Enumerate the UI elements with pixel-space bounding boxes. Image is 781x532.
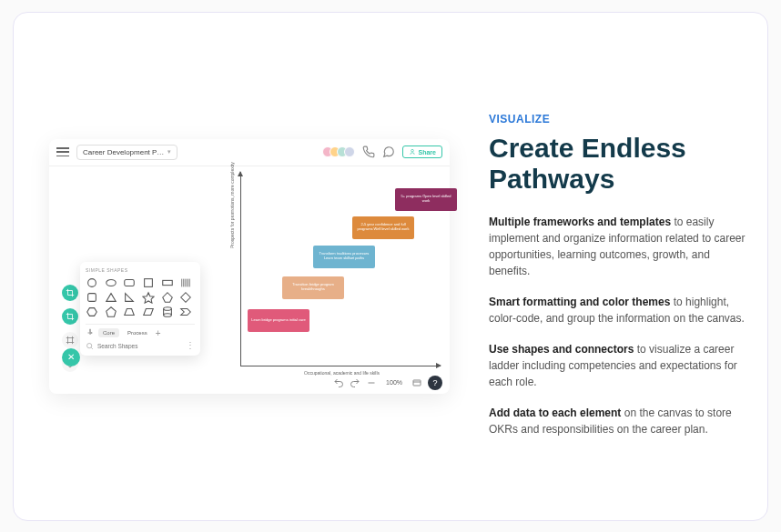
- marketing-copy: VISUALIZE Create Endless Pathways Multip…: [489, 40, 746, 493]
- canvas-area[interactable]: Prospects for promotions, more complexit…: [49, 166, 450, 374]
- shape-search-input[interactable]: [97, 343, 182, 349]
- undo-icon[interactable]: [333, 377, 344, 388]
- chevron-down-icon: ▾: [167, 148, 171, 156]
- svg-point-4: [88, 278, 96, 286]
- help-button[interactable]: ?: [428, 376, 442, 390]
- rail-frame-button[interactable]: [62, 332, 78, 348]
- career-block-5[interactable]: 5+ programs Open level skilled work: [395, 188, 457, 211]
- collaborator-avatars[interactable]: [326, 146, 355, 157]
- heading: Create Endless Pathways: [489, 133, 746, 196]
- user-plus-icon: [409, 148, 416, 156]
- shape-square-icon[interactable]: [142, 276, 155, 289]
- shape-grid: [86, 276, 195, 318]
- svg-rect-7: [145, 278, 153, 286]
- rail-crop-button-1[interactable]: [62, 285, 78, 301]
- search-icon: [86, 342, 94, 350]
- career-block-4[interactable]: 2-5 year confidence and full programs We…: [352, 216, 414, 239]
- document-title-text: Career Development P…: [83, 148, 164, 156]
- eyebrow: VISUALIZE: [489, 113, 746, 125]
- shape-panel: SIMPLE SHAPES: [80, 262, 200, 356]
- svg-point-18: [87, 343, 92, 347]
- y-axis: [240, 172, 241, 366]
- shape-diamond-icon[interactable]: [179, 291, 192, 304]
- paragraph-3: Use shapes and connectors to visualize a…: [489, 341, 746, 390]
- zoom-value[interactable]: 100%: [382, 379, 406, 386]
- shape-pentagram-icon[interactable]: [161, 291, 174, 304]
- svg-rect-6: [125, 279, 135, 286]
- shape-star-icon[interactable]: [142, 291, 155, 304]
- shape-hexagon-icon[interactable]: [86, 306, 98, 318]
- feature-card: Career Development P… ▾ Share Prospects …: [13, 12, 768, 521]
- shape-cylinder-icon[interactable]: [161, 306, 174, 318]
- tab-process[interactable]: Process: [123, 328, 152, 337]
- paragraph-4: Add data to each element on the canvas t…: [489, 405, 746, 437]
- phone-icon[interactable]: [362, 146, 375, 158]
- shape-barcode-icon[interactable]: [179, 276, 192, 289]
- comment-icon[interactable]: [382, 146, 395, 158]
- layers-icon[interactable]: [411, 377, 422, 388]
- career-block-3[interactable]: Transform traditions processes Learn tea…: [313, 246, 375, 268]
- zoom-minus-icon[interactable]: [366, 377, 377, 388]
- pin-icon[interactable]: [86, 328, 95, 337]
- screenshot-panel: Career Development P… ▾ Share Prospects …: [36, 40, 463, 493]
- document-title-dropdown[interactable]: Career Development P… ▾: [76, 145, 178, 160]
- kebab-icon[interactable]: ⋮: [186, 344, 195, 347]
- shape-trapezoid-icon[interactable]: [123, 306, 136, 318]
- x-axis: [240, 366, 441, 366]
- shape-rect-icon[interactable]: [161, 276, 174, 289]
- share-button-label: Share: [419, 149, 436, 156]
- shape-rounded-square-icon[interactable]: [86, 291, 98, 304]
- hamburger-icon[interactable]: [56, 147, 69, 156]
- shape-ellipse-icon[interactable]: [105, 276, 117, 289]
- close-panel-button[interactable]: ✕: [62, 348, 80, 366]
- svg-point-16: [163, 306, 171, 310]
- share-button[interactable]: Share: [402, 146, 442, 158]
- svg-rect-8: [162, 280, 172, 285]
- rail-crop-button-2[interactable]: [62, 308, 78, 325]
- svg-rect-15: [88, 293, 96, 301]
- svg-rect-19: [413, 380, 421, 386]
- shape-tabs: Core Process +: [86, 324, 195, 338]
- y-axis-label: Prospects for promotions, more complexit…: [229, 162, 235, 248]
- shape-search-row: ⋮: [86, 342, 195, 350]
- shape-panel-title: SIMPLE SHAPES: [86, 267, 195, 273]
- app-window: Career Development P… ▾ Share Prospects …: [49, 139, 450, 394]
- tab-core[interactable]: Core: [98, 328, 119, 337]
- svg-point-0: [411, 149, 413, 152]
- shape-circle-icon[interactable]: [86, 276, 98, 289]
- shape-triangle-icon[interactable]: [105, 291, 117, 304]
- svg-point-5: [106, 279, 116, 286]
- shape-triangle-right-icon[interactable]: [123, 291, 136, 304]
- career-block-1[interactable]: Learn bridge programs initial care: [248, 309, 309, 332]
- app-footer: 100% ?: [333, 376, 442, 390]
- paragraph-2: Smart formatting and color themes to hig…: [489, 294, 746, 326]
- shape-pentagon-icon[interactable]: [105, 306, 117, 318]
- svg-point-17: [163, 313, 171, 316]
- paragraph-1: Multiple frameworks and templates to eas…: [489, 214, 746, 279]
- app-header: Career Development P… ▾ Share: [49, 139, 450, 166]
- career-block-2[interactable]: Transition bridge program breakthroughs: [282, 276, 344, 299]
- add-tab-icon[interactable]: +: [156, 328, 161, 338]
- redo-icon[interactable]: [350, 377, 360, 388]
- shape-chevron-icon[interactable]: [179, 306, 192, 318]
- shape-parallelogram-icon[interactable]: [142, 306, 155, 318]
- shape-roundrect-icon[interactable]: [123, 276, 136, 289]
